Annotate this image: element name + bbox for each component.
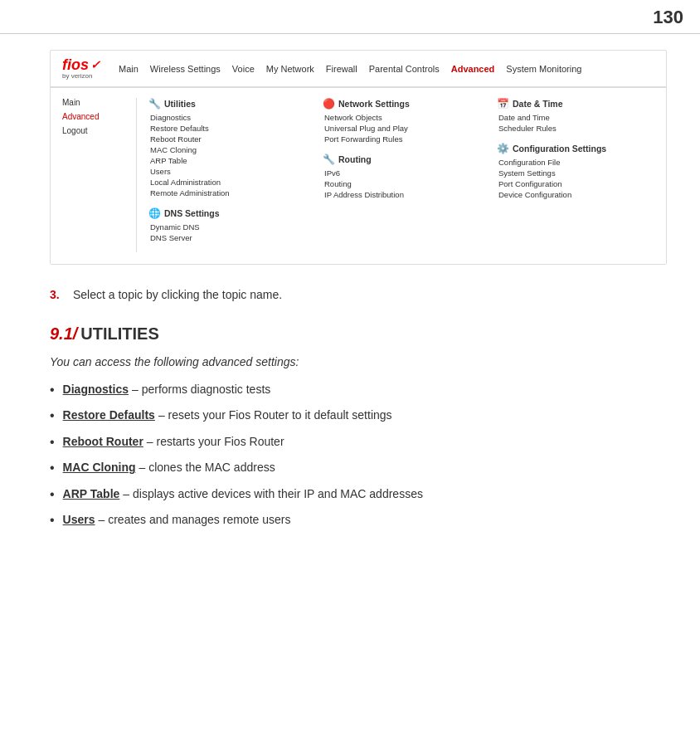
menu-reboot-router[interactable]: Reboot Router [148, 134, 306, 144]
bullet-list: Diagnostics – performs diagnostic tests … [50, 382, 667, 529]
by-verizon-label: by verizon [62, 73, 100, 80]
dns-icon: 🌐 [148, 207, 160, 219]
section-title: UTILITIES [80, 324, 158, 344]
menu-ip-address-dist[interactable]: IP Address Distribution [323, 190, 480, 199]
menu-users[interactable]: Users [148, 167, 306, 176]
date-time-label: Date & Time [513, 99, 563, 109]
list-item-users: Users – creates and manages remote users [50, 512, 667, 529]
network-settings-title: 🔴 Network Settings [323, 98, 480, 110]
list-item-diagnostics: Diagnostics – performs diagnostic tests [50, 382, 667, 399]
bullet-text-diagnostics: – performs diagnostic tests [132, 382, 270, 398]
bullet-text-restore: – resets your Fios Router to it default … [158, 407, 392, 424]
nav-mynetwork[interactable]: My Network [266, 64, 314, 74]
router-screenshot: fios ✓ by verizon Main Wireless Settings… [50, 50, 667, 265]
menu-scheduler-rules[interactable]: Scheduler Rules [497, 124, 654, 133]
bullet-text-users: – creates and manages remote users [99, 512, 291, 529]
sidebar-item-logout[interactable]: Logout [62, 126, 128, 135]
menu-diagnostics[interactable]: Diagnostics [148, 113, 306, 122]
menu-date-time[interactable]: Date and Time [497, 113, 654, 122]
main-content: fios ✓ by verizon Main Wireless Settings… [0, 0, 700, 529]
intro-text: You can access the following advanced se… [50, 355, 667, 368]
menu-local-admin[interactable]: Local Administration [148, 178, 306, 187]
fios-checkmark: ✓ [90, 59, 100, 71]
bullet-bold-users: Users [63, 512, 95, 529]
section-number: 9.1/ [50, 324, 77, 344]
bullet-bold-reboot: Reboot Router [63, 434, 143, 451]
utilities-title: 🔧 Utilities [148, 98, 306, 110]
menu-columns: 🔧 Utilities Diagnostics Restore Defaults… [137, 98, 654, 252]
bullet-text-arp: – displays active devices with their IP … [123, 486, 423, 503]
bullet-text-mac: – clones the MAC address [139, 460, 275, 476]
menu-port-config[interactable]: Port Configuration [497, 179, 654, 188]
list-item-mac-cloning: MAC Cloning – clones the MAC address [50, 460, 667, 477]
sidebar-item-main[interactable]: Main [62, 98, 128, 107]
config-settings-icon: ⚙️ [497, 143, 508, 154]
bullet-bold-restore: Restore Defaults [63, 407, 155, 424]
bullet-bold-mac: MAC Cloning [63, 460, 136, 476]
step-3-line: 3. Select a topic by clicking the topic … [50, 288, 667, 301]
menu-remote-admin[interactable]: Remote Administration [148, 188, 306, 198]
bullet-bold-diagnostics: Diagnostics [63, 382, 129, 398]
menu-col-2: 🔴 Network Settings Network Objects Unive… [323, 98, 480, 252]
date-time-icon: 📅 [497, 98, 508, 110]
router-nav: fios ✓ by verizon Main Wireless Settings… [51, 51, 666, 87]
utilities-icon: 🔧 [148, 98, 160, 110]
network-settings-label: Network Settings [338, 99, 410, 109]
sidebar-column: Main Advanced Logout [62, 98, 137, 252]
routing-label: Routing [338, 154, 372, 164]
fios-logo: fios ✓ by verizon [62, 57, 100, 80]
menu-dynamic-dns[interactable]: Dynamic DNS [148, 222, 306, 232]
dns-label: DNS Settings [164, 208, 220, 218]
step-3-text: Select a topic by clicking the topic nam… [73, 288, 282, 301]
menu-system-settings[interactable]: System Settings [497, 168, 654, 178]
sidebar-item-advanced[interactable]: Advanced [62, 112, 128, 121]
menu-mac-cloning[interactable]: MAC Cloning [148, 145, 306, 154]
menu-restore-defaults[interactable]: Restore Defaults [148, 124, 306, 133]
date-time-section: 📅 Date & Time Date and Time Scheduler Ru… [497, 98, 654, 133]
network-settings-icon: 🔴 [323, 98, 334, 110]
nav-main[interactable]: Main [119, 64, 139, 74]
routing-section: 🔧 Routing IPv6 Routing IP Address Distri… [323, 154, 480, 199]
menu-col-1: 🔧 Utilities Diagnostics Restore Defaults… [148, 98, 306, 252]
menu-port-forwarding[interactable]: Port Forwarding Rules [323, 134, 480, 144]
nav-firewall[interactable]: Firewall [326, 64, 357, 74]
list-item-restore-defaults: Restore Defaults – resets your Fios Rout… [50, 407, 667, 425]
dropdown-panel: Main Advanced Logout 🔧 Utilities Diagnos… [51, 87, 666, 264]
section-heading: 9.1/ UTILITIES [50, 324, 667, 344]
nav-voice[interactable]: Voice [232, 64, 255, 74]
bullet-text-reboot: – restarts your Fios Router [147, 434, 284, 451]
utilities-label: Utilities [164, 99, 196, 109]
dns-title: 🌐 DNS Settings [148, 207, 306, 219]
list-item-reboot-router: Reboot Router – restarts your Fios Route… [50, 434, 667, 451]
menu-upnp[interactable]: Universal Plug and Play [323, 124, 480, 133]
menu-config-file[interactable]: Configuration File [497, 158, 654, 167]
list-item-arp-table: ARP Table – displays active devices with… [50, 486, 667, 504]
menu-network-objects[interactable]: Network Objects [323, 113, 480, 122]
top-rule [0, 33, 700, 34]
config-settings-title: ⚙️ Configuration Settings [497, 143, 654, 154]
config-settings-label: Configuration Settings [513, 144, 606, 154]
fios-wordmark: fios [62, 57, 89, 72]
step-3-number: 3. [50, 288, 66, 301]
utilities-section: 🔧 Utilities Diagnostics Restore Defaults… [148, 98, 306, 198]
config-settings-section: ⚙️ Configuration Settings Configuration … [497, 143, 654, 199]
nav-wireless[interactable]: Wireless Settings [150, 64, 221, 74]
dns-section: 🌐 DNS Settings Dynamic DNS DNS Server [148, 207, 306, 242]
nav-system-monitoring[interactable]: System Monitoring [506, 64, 581, 74]
menu-dns-server[interactable]: DNS Server [148, 233, 306, 242]
fios-brand-text: fios ✓ [62, 57, 100, 72]
menu-arp-table[interactable]: ARP Table [148, 156, 306, 165]
menu-ipv6[interactable]: IPv6 [323, 168, 480, 178]
routing-icon: 🔧 [323, 154, 334, 165]
date-time-title: 📅 Date & Time [497, 98, 654, 110]
nav-advanced[interactable]: Advanced [451, 64, 495, 74]
routing-title: 🔧 Routing [323, 154, 480, 165]
bullet-bold-arp: ARP Table [63, 486, 120, 503]
page-number: 130 [653, 7, 683, 28]
menu-col-3: 📅 Date & Time Date and Time Scheduler Ru… [497, 98, 654, 252]
menu-device-config[interactable]: Device Configuration [497, 190, 654, 199]
menu-routing[interactable]: Routing [323, 179, 480, 188]
nav-parental[interactable]: Parental Controls [369, 64, 440, 74]
network-settings-section: 🔴 Network Settings Network Objects Unive… [323, 98, 480, 144]
